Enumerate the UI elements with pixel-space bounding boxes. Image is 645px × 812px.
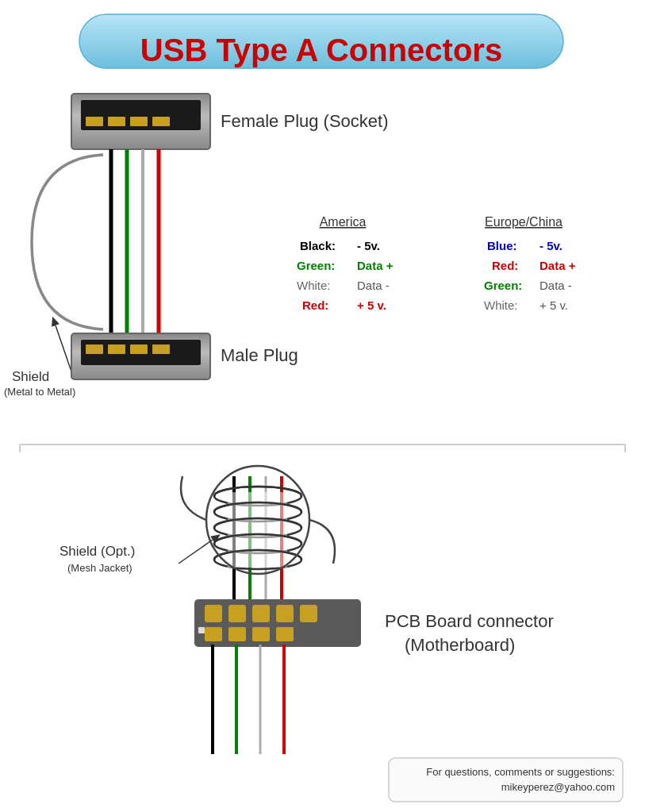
svg-point-53 (214, 534, 301, 553)
svg-text:Data -: Data - (539, 279, 572, 292)
svg-rect-63 (205, 627, 222, 641)
svg-rect-23 (152, 344, 170, 354)
svg-point-51 (214, 502, 301, 521)
svg-text:(Metal to Metal): (Metal to Metal) (4, 386, 75, 398)
svg-rect-55 (228, 492, 287, 568)
svg-rect-57 (194, 599, 361, 647)
svg-text:Europe/China: Europe/China (485, 215, 562, 229)
svg-text:USB Type A Connectors: USB Type A Connectors (140, 33, 502, 67)
svg-text:(Motherboard): (Motherboard) (405, 635, 515, 655)
svg-text:Shield (Opt.): Shield (Opt.) (60, 544, 135, 559)
svg-text:- 5v.: - 5v. (539, 239, 562, 252)
svg-text:Black:: Black: (300, 239, 336, 252)
svg-rect-65 (252, 627, 270, 641)
svg-rect-19 (81, 340, 201, 365)
svg-rect-77 (389, 758, 623, 802)
svg-text:America: America (320, 215, 367, 229)
svg-rect-6 (130, 117, 148, 126)
svg-rect-22 (130, 344, 148, 354)
svg-text:+ 5 v.: + 5 v. (357, 298, 386, 312)
svg-text:For questions, comments or sug: For questions, comments or suggestions: (426, 766, 615, 778)
svg-rect-7 (152, 117, 170, 126)
svg-rect-21 (108, 344, 125, 354)
svg-rect-20 (86, 344, 103, 354)
svg-text:(Mesh Jacket): (Mesh Jacket) (67, 562, 132, 574)
svg-rect-2 (71, 94, 210, 149)
svg-rect-60 (252, 605, 270, 622)
svg-point-52 (214, 518, 301, 537)
svg-point-50 (214, 487, 301, 506)
svg-text:Shield: Shield (12, 369, 49, 384)
svg-rect-66 (276, 627, 294, 641)
svg-rect-62 (300, 605, 317, 622)
svg-line-14 (56, 325, 71, 371)
svg-rect-3 (81, 100, 201, 130)
svg-text:Green:: Green: (297, 259, 335, 272)
svg-text:Red:: Red: (492, 259, 518, 272)
svg-rect-5 (108, 117, 125, 126)
svg-point-54 (214, 550, 301, 569)
svg-rect-0 (79, 14, 563, 68)
svg-line-72 (179, 540, 213, 564)
svg-rect-67 (198, 627, 205, 633)
svg-text:mikeyperez@yahoo.com: mikeyperez@yahoo.com (501, 781, 615, 793)
svg-rect-59 (228, 605, 246, 622)
svg-rect-64 (228, 627, 246, 641)
svg-text:Male Plug: Male Plug (221, 345, 298, 365)
svg-text:PCB Board connector: PCB Board connector (385, 611, 554, 631)
svg-text:Data -: Data - (357, 279, 390, 292)
svg-text:Blue:: Blue: (487, 239, 517, 252)
svg-rect-4 (86, 117, 103, 126)
svg-rect-58 (205, 605, 222, 622)
svg-text:White:: White: (297, 279, 331, 292)
svg-text:Data +: Data + (539, 259, 576, 272)
svg-text:Green:: Green: (484, 279, 522, 292)
svg-text:Red:: Red: (302, 298, 328, 312)
svg-text:+ 5 v.: + 5 v. (539, 298, 568, 312)
svg-rect-18 (71, 333, 210, 379)
svg-text:Data +: Data + (357, 259, 394, 272)
svg-point-56 (206, 466, 309, 574)
svg-text:Female Plug (Socket): Female Plug (Socket) (221, 111, 389, 131)
svg-text:- 5v.: - 5v. (357, 239, 380, 252)
svg-text:White:: White: (484, 298, 518, 312)
svg-rect-61 (276, 605, 294, 622)
